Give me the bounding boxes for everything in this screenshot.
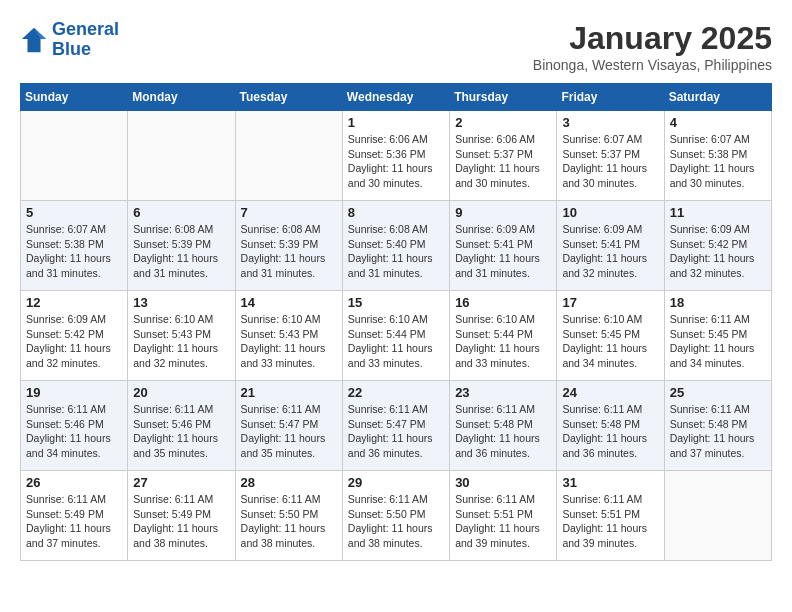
day-info: Sunrise: 6:11 AM Sunset: 5:48 PM Dayligh… (455, 402, 551, 461)
day-info: Sunrise: 6:11 AM Sunset: 5:47 PM Dayligh… (348, 402, 444, 461)
weekday-header: Tuesday (235, 84, 342, 111)
calendar-cell: 6Sunrise: 6:08 AM Sunset: 5:39 PM Daylig… (128, 201, 235, 291)
day-info: Sunrise: 6:10 AM Sunset: 5:43 PM Dayligh… (133, 312, 229, 371)
day-number: 19 (26, 385, 122, 400)
day-info: Sunrise: 6:09 AM Sunset: 5:42 PM Dayligh… (26, 312, 122, 371)
calendar-cell: 5Sunrise: 6:07 AM Sunset: 5:38 PM Daylig… (21, 201, 128, 291)
calendar-subtitle: Binonga, Western Visayas, Philippines (533, 57, 772, 73)
calendar-cell: 20Sunrise: 6:11 AM Sunset: 5:46 PM Dayli… (128, 381, 235, 471)
calendar-week-row: 26Sunrise: 6:11 AM Sunset: 5:49 PM Dayli… (21, 471, 772, 561)
day-info: Sunrise: 6:09 AM Sunset: 5:41 PM Dayligh… (562, 222, 658, 281)
calendar-cell: 29Sunrise: 6:11 AM Sunset: 5:50 PM Dayli… (342, 471, 449, 561)
day-number: 24 (562, 385, 658, 400)
day-info: Sunrise: 6:11 AM Sunset: 5:50 PM Dayligh… (348, 492, 444, 551)
day-number: 3 (562, 115, 658, 130)
day-info: Sunrise: 6:11 AM Sunset: 5:49 PM Dayligh… (26, 492, 122, 551)
calendar-cell: 21Sunrise: 6:11 AM Sunset: 5:47 PM Dayli… (235, 381, 342, 471)
calendar-cell: 2Sunrise: 6:06 AM Sunset: 5:37 PM Daylig… (450, 111, 557, 201)
day-info: Sunrise: 6:09 AM Sunset: 5:41 PM Dayligh… (455, 222, 551, 281)
day-info: Sunrise: 6:11 AM Sunset: 5:51 PM Dayligh… (562, 492, 658, 551)
day-info: Sunrise: 6:08 AM Sunset: 5:40 PM Dayligh… (348, 222, 444, 281)
day-number: 6 (133, 205, 229, 220)
calendar-week-row: 12Sunrise: 6:09 AM Sunset: 5:42 PM Dayli… (21, 291, 772, 381)
svg-marker-0 (22, 28, 46, 52)
day-number: 25 (670, 385, 766, 400)
logo: General Blue (20, 20, 119, 60)
day-info: Sunrise: 6:07 AM Sunset: 5:37 PM Dayligh… (562, 132, 658, 191)
day-number: 17 (562, 295, 658, 310)
calendar-title: January 2025 (533, 20, 772, 57)
day-info: Sunrise: 6:07 AM Sunset: 5:38 PM Dayligh… (670, 132, 766, 191)
calendar-cell: 25Sunrise: 6:11 AM Sunset: 5:48 PM Dayli… (664, 381, 771, 471)
calendar-cell: 31Sunrise: 6:11 AM Sunset: 5:51 PM Dayli… (557, 471, 664, 561)
day-number: 23 (455, 385, 551, 400)
logo-icon (20, 26, 48, 54)
calendar-cell: 7Sunrise: 6:08 AM Sunset: 5:39 PM Daylig… (235, 201, 342, 291)
day-number: 30 (455, 475, 551, 490)
calendar-cell: 14Sunrise: 6:10 AM Sunset: 5:43 PM Dayli… (235, 291, 342, 381)
day-number: 28 (241, 475, 337, 490)
day-info: Sunrise: 6:11 AM Sunset: 5:45 PM Dayligh… (670, 312, 766, 371)
calendar-cell: 26Sunrise: 6:11 AM Sunset: 5:49 PM Dayli… (21, 471, 128, 561)
calendar-cell: 17Sunrise: 6:10 AM Sunset: 5:45 PM Dayli… (557, 291, 664, 381)
day-number: 27 (133, 475, 229, 490)
day-number: 5 (26, 205, 122, 220)
calendar-cell: 28Sunrise: 6:11 AM Sunset: 5:50 PM Dayli… (235, 471, 342, 561)
title-block: January 2025 Binonga, Western Visayas, P… (533, 20, 772, 73)
calendar-cell: 23Sunrise: 6:11 AM Sunset: 5:48 PM Dayli… (450, 381, 557, 471)
weekday-header: Sunday (21, 84, 128, 111)
day-number: 22 (348, 385, 444, 400)
day-info: Sunrise: 6:10 AM Sunset: 5:43 PM Dayligh… (241, 312, 337, 371)
day-info: Sunrise: 6:11 AM Sunset: 5:50 PM Dayligh… (241, 492, 337, 551)
calendar-cell (664, 471, 771, 561)
calendar-cell: 4Sunrise: 6:07 AM Sunset: 5:38 PM Daylig… (664, 111, 771, 201)
day-info: Sunrise: 6:11 AM Sunset: 5:49 PM Dayligh… (133, 492, 229, 551)
calendar-cell: 24Sunrise: 6:11 AM Sunset: 5:48 PM Dayli… (557, 381, 664, 471)
day-info: Sunrise: 6:10 AM Sunset: 5:44 PM Dayligh… (455, 312, 551, 371)
day-number: 8 (348, 205, 444, 220)
day-number: 10 (562, 205, 658, 220)
weekday-header: Monday (128, 84, 235, 111)
day-number: 7 (241, 205, 337, 220)
day-number: 21 (241, 385, 337, 400)
weekday-header: Saturday (664, 84, 771, 111)
day-info: Sunrise: 6:07 AM Sunset: 5:38 PM Dayligh… (26, 222, 122, 281)
day-number: 29 (348, 475, 444, 490)
day-info: Sunrise: 6:08 AM Sunset: 5:39 PM Dayligh… (133, 222, 229, 281)
day-number: 4 (670, 115, 766, 130)
calendar-cell: 10Sunrise: 6:09 AM Sunset: 5:41 PM Dayli… (557, 201, 664, 291)
day-info: Sunrise: 6:11 AM Sunset: 5:48 PM Dayligh… (562, 402, 658, 461)
day-info: Sunrise: 6:11 AM Sunset: 5:46 PM Dayligh… (26, 402, 122, 461)
day-number: 13 (133, 295, 229, 310)
calendar-table: SundayMondayTuesdayWednesdayThursdayFrid… (20, 83, 772, 561)
calendar-cell: 9Sunrise: 6:09 AM Sunset: 5:41 PM Daylig… (450, 201, 557, 291)
calendar-cell: 12Sunrise: 6:09 AM Sunset: 5:42 PM Dayli… (21, 291, 128, 381)
day-number: 20 (133, 385, 229, 400)
calendar-cell: 22Sunrise: 6:11 AM Sunset: 5:47 PM Dayli… (342, 381, 449, 471)
calendar-cell: 8Sunrise: 6:08 AM Sunset: 5:40 PM Daylig… (342, 201, 449, 291)
page-header: General Blue January 2025 Binonga, Weste… (20, 20, 772, 73)
calendar-cell: 13Sunrise: 6:10 AM Sunset: 5:43 PM Dayli… (128, 291, 235, 381)
day-info: Sunrise: 6:06 AM Sunset: 5:37 PM Dayligh… (455, 132, 551, 191)
calendar-cell: 30Sunrise: 6:11 AM Sunset: 5:51 PM Dayli… (450, 471, 557, 561)
day-number: 11 (670, 205, 766, 220)
calendar-cell: 1Sunrise: 6:06 AM Sunset: 5:36 PM Daylig… (342, 111, 449, 201)
calendar-cell (21, 111, 128, 201)
day-info: Sunrise: 6:11 AM Sunset: 5:51 PM Dayligh… (455, 492, 551, 551)
calendar-week-row: 19Sunrise: 6:11 AM Sunset: 5:46 PM Dayli… (21, 381, 772, 471)
day-info: Sunrise: 6:10 AM Sunset: 5:45 PM Dayligh… (562, 312, 658, 371)
day-number: 1 (348, 115, 444, 130)
day-number: 9 (455, 205, 551, 220)
day-number: 2 (455, 115, 551, 130)
day-number: 18 (670, 295, 766, 310)
day-info: Sunrise: 6:11 AM Sunset: 5:47 PM Dayligh… (241, 402, 337, 461)
day-number: 16 (455, 295, 551, 310)
weekday-header: Thursday (450, 84, 557, 111)
calendar-cell (235, 111, 342, 201)
calendar-cell: 15Sunrise: 6:10 AM Sunset: 5:44 PM Dayli… (342, 291, 449, 381)
weekday-header-row: SundayMondayTuesdayWednesdayThursdayFrid… (21, 84, 772, 111)
calendar-week-row: 5Sunrise: 6:07 AM Sunset: 5:38 PM Daylig… (21, 201, 772, 291)
calendar-cell (128, 111, 235, 201)
day-number: 14 (241, 295, 337, 310)
day-info: Sunrise: 6:06 AM Sunset: 5:36 PM Dayligh… (348, 132, 444, 191)
